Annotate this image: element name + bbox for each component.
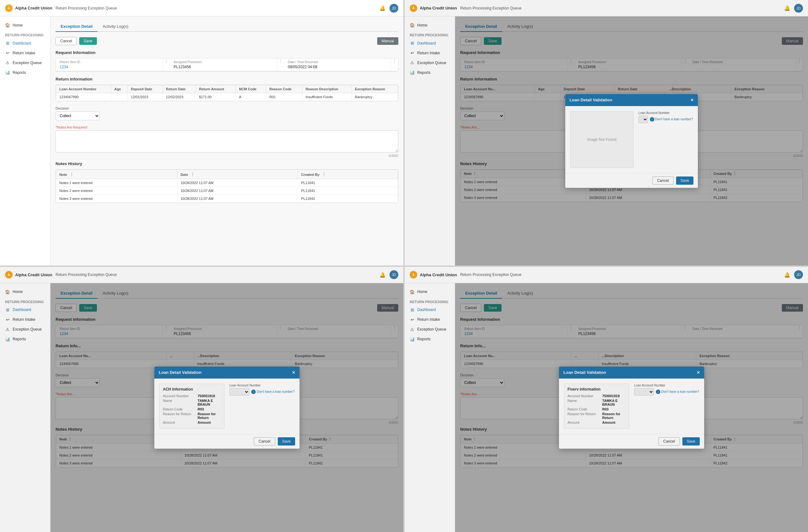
ach-amount-value: Amount bbox=[198, 421, 211, 424]
modal-cancel-q2[interactable]: Cancel bbox=[653, 177, 674, 185]
avatar-q3[interactable]: JD bbox=[389, 270, 398, 279]
modal-title-q4: Loan Detail Validation bbox=[563, 370, 606, 375]
main-panel-q4: Exception Detail Activity Log(s) Cancel … bbox=[455, 283, 808, 532]
dont-have-link-q4[interactable]: i Don't have a loan number? bbox=[656, 390, 699, 394]
fiserv-return-code-value: R03 bbox=[602, 407, 608, 411]
sidebar-exception-queue-q3[interactable]: ⚠ Exception Queue bbox=[0, 325, 50, 334]
bell-icon-q4[interactable]: 🔔 bbox=[784, 272, 790, 278]
modal-title-q3: Loan Detail Validation bbox=[159, 370, 201, 375]
return-info-table: Loan Account Number Age Deposit Date Ret… bbox=[56, 85, 398, 101]
ach-account-value: 750001918 bbox=[198, 394, 215, 398]
page-title: Return Processing Exception Queue bbox=[56, 6, 379, 11]
date-received-value: 09/05/2022 04:08 bbox=[288, 65, 387, 69]
section-label-q4: Return Processing bbox=[405, 297, 455, 305]
sidebar-reports-q2[interactable]: 📊 Reports bbox=[405, 68, 455, 77]
modal-body-q2: Image Not Found Loan Account Number bbox=[565, 106, 698, 173]
modal-save-q4[interactable]: Save bbox=[682, 437, 700, 445]
ach-title: ACH Information bbox=[163, 387, 221, 391]
sidebar-home-q2[interactable]: 🏠 Home bbox=[405, 20, 455, 30]
modal-left-q2: Image Not Found bbox=[570, 111, 633, 168]
ach-account-label: Account Number bbox=[163, 394, 198, 398]
modal-close-q2[interactable]: × bbox=[691, 97, 694, 103]
sidebar-item-return-intake[interactable]: ↩ Return Intake bbox=[0, 48, 50, 58]
loan-account-label-q3: Loan Account Number bbox=[229, 384, 294, 387]
notes-col-created: Created By ⋮ bbox=[298, 170, 398, 179]
sidebar-return-intake-q2[interactable]: ↩ Return Intake bbox=[405, 48, 455, 58]
modal-close-q3[interactable]: × bbox=[292, 370, 295, 375]
home-label-q3: Home bbox=[13, 290, 23, 294]
request-col3-menu[interactable]: ⋮ bbox=[391, 58, 398, 71]
modal-body-q3: ACH Information Account Number 750001918… bbox=[154, 379, 299, 434]
manual-button[interactable]: Manual bbox=[377, 37, 398, 45]
loan-account-select-q4[interactable] bbox=[634, 388, 654, 396]
sidebar-dashboard-q3[interactable]: ⊞ Dashboard bbox=[0, 305, 50, 315]
sidebar-reports-q3[interactable]: 📊 Reports bbox=[0, 334, 50, 344]
note-date: 10/28/2022 11:07 AM bbox=[177, 187, 298, 195]
sidebar-exception-queue-q2[interactable]: ⚠ Exception Queue bbox=[405, 58, 455, 68]
tab-activity-log[interactable]: Activity Log(s) bbox=[97, 21, 133, 32]
sidebar-home-label: Home bbox=[13, 23, 23, 27]
avatar[interactable]: JD bbox=[389, 4, 398, 13]
modal-footer-q2: Cancel Save bbox=[565, 173, 698, 188]
sidebar-item-exception-queue[interactable]: ⚠ Exception Queue bbox=[0, 58, 50, 68]
loan-account-select-q2[interactable] bbox=[639, 115, 648, 123]
notes-col-date: Date ⋮ bbox=[177, 170, 298, 179]
request-col1-menu[interactable]: ⋮ bbox=[163, 58, 170, 71]
modal-overlay-q4: Loan Detail Validation × Fiserv Informat… bbox=[455, 283, 808, 532]
modal-cancel-q4[interactable]: Cancel bbox=[658, 437, 680, 445]
reports-icon: 📊 bbox=[5, 70, 10, 75]
notes-area: *Notes Are Required 0/3000 bbox=[56, 125, 398, 158]
home-icon: 🏠 bbox=[5, 23, 10, 27]
sidebar: 🏠 Home Return Processing ⊞ Dashboard ↩ R… bbox=[0, 16, 51, 265]
save-button[interactable]: Save bbox=[79, 37, 96, 45]
image-not-found: Image Not Found bbox=[570, 111, 633, 168]
modal-left-q3: ACH Information Account Number 750001918… bbox=[159, 384, 224, 429]
sidebar-dashboard-q2[interactable]: ⊞ Dashboard bbox=[405, 38, 455, 48]
bell-icon-q3[interactable]: 🔔 bbox=[379, 272, 386, 278]
fiserv-reason-row: Reason for Return Reason for Return bbox=[568, 412, 626, 420]
sidebar-dashboard-q4[interactable]: ⊞ Dashboard bbox=[405, 305, 455, 315]
logo-icon-q4: A bbox=[410, 271, 417, 278]
sidebar-item-dashboard[interactable]: ⊞ Dashboard bbox=[0, 38, 50, 48]
request-col2-menu[interactable]: ⋮ bbox=[277, 58, 284, 71]
sidebar-return-intake-q3[interactable]: ↩ Return Intake bbox=[0, 315, 50, 325]
return-info-row: 1234567890 12/01/2023 12/02/2023 $171.00… bbox=[56, 93, 398, 101]
loan-account-select-q3[interactable] bbox=[229, 388, 249, 396]
sidebar-exception-queue-q4[interactable]: ⚠ Exception Queue bbox=[405, 325, 455, 334]
dont-have-link-q2[interactable]: i Don't have a loan number? bbox=[650, 117, 693, 122]
modal-save-q2[interactable]: Save bbox=[676, 177, 694, 185]
avatar-q4[interactable]: JD bbox=[794, 270, 803, 279]
modal-title-q2: Loan Detail Validation bbox=[570, 97, 612, 102]
return-intake-label-q2: Return Intake bbox=[417, 51, 440, 55]
modal-footer-q3: Cancel Save bbox=[154, 434, 299, 448]
modal-save-q3[interactable]: Save bbox=[278, 437, 295, 445]
notes-textarea[interactable] bbox=[56, 130, 398, 152]
col-loan-account: Loan Account Number bbox=[56, 85, 111, 93]
bell-icon-q2[interactable]: 🔔 bbox=[784, 5, 790, 11]
sidebar-home-q3[interactable]: 🏠 Home bbox=[0, 287, 50, 297]
image-not-found-text: Image Not Found bbox=[587, 137, 617, 142]
request-info-card: Return Item ID 1234 ⋮ Assigned Processor… bbox=[56, 58, 398, 72]
reports-icon-q2: 📊 bbox=[410, 70, 415, 75]
sidebar-item-reports[interactable]: 📊 Reports bbox=[0, 68, 50, 77]
dont-have-link-q3[interactable]: i Don't have a loan number? bbox=[251, 390, 294, 394]
sidebar-item-home[interactable]: 🏠 Home bbox=[0, 20, 50, 30]
fiserv-amount-label: Amount bbox=[568, 421, 602, 424]
col-ncm-code: NCM Code bbox=[236, 85, 266, 93]
sidebar-home-q4[interactable]: 🏠 Home bbox=[405, 287, 455, 297]
note-date: 10/28/2022 11:07 AM bbox=[177, 195, 298, 203]
exception-queue-icon: ⚠ bbox=[5, 60, 10, 65]
decision-select[interactable]: Collect Return Waive bbox=[56, 111, 100, 120]
logo-area: A Alpha Credit Union bbox=[5, 4, 56, 12]
tab-exception-detail[interactable]: Exception Detail bbox=[56, 21, 97, 32]
note-text: Notes 2 were entered bbox=[56, 187, 177, 195]
modal-close-q4[interactable]: × bbox=[697, 370, 700, 375]
bell-icon[interactable]: 🔔 bbox=[379, 5, 386, 11]
modal-cancel-q3[interactable]: Cancel bbox=[254, 437, 275, 445]
sidebar-return-intake-q4[interactable]: ↩ Return Intake bbox=[405, 315, 455, 325]
dashboard-label-q2: Dashboard bbox=[417, 41, 436, 45]
cancel-button[interactable]: Cancel bbox=[56, 37, 77, 45]
sidebar-reports-q4[interactable]: 📊 Reports bbox=[405, 334, 455, 344]
avatar-q2[interactable]: JD bbox=[794, 4, 803, 13]
dont-have-text-q4: Don't have a loan number? bbox=[661, 390, 699, 393]
